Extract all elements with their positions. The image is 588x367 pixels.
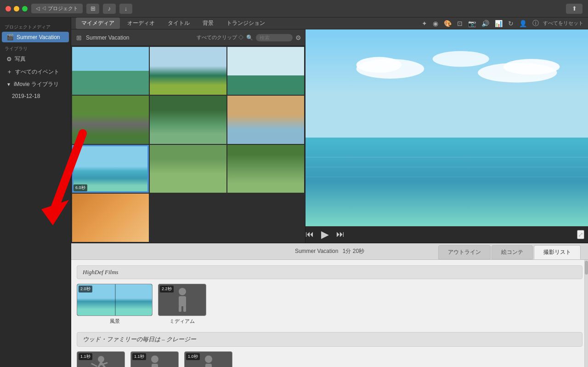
media-thumb-1[interactable] [72,47,149,95]
svg-point-3 [433,51,489,67]
preview-area: ⏮ ▶ ⏭ ⤢ [305,29,588,243]
preview-video [305,29,588,226]
color-wheel-icon[interactable]: ◉ [431,19,440,28]
media-browser-title: Summer Vacation [86,34,194,41]
media-filter-label[interactable]: すべてのクリップ ◇ [197,34,243,41]
clip-duration-landscape: 2.0秒 [79,286,92,292]
svg-rect-6 [305,138,588,226]
clip-duration-stand2: 1.0秒 [186,353,200,360]
bottom-header: Summer Vacation 1分 20秒 アウトライン 絵コンテ 撮影リスト [71,243,588,260]
back-button[interactable]: ◁ ◁ プロジェクト [31,4,83,13]
reset-all-button[interactable]: すべてをリセット [543,20,583,27]
media-thumb-9[interactable] [227,145,304,193]
volume-icon[interactable]: 🔊 [480,19,491,28]
expand-preview-button[interactable]: ⤢ [577,230,584,239]
library-date: 2019-12-18 [12,93,40,99]
tab-background[interactable]: 背景 [197,17,219,29]
section-woodfamily-header: ウッド・ファミリーの毎日は – クレージー [77,332,582,347]
media-thumb-7[interactable]: 6.0秒 [72,145,149,193]
magic-wand-icon[interactable]: ✦ [420,19,429,28]
preview-scene [305,29,588,226]
tab-shotlist[interactable]: 撮影リスト [534,245,581,259]
media-toolbar: ⊞ Summer Vacation すべてのクリップ ◇ 🔍 ⚙ [71,29,305,46]
layout-toggle-button[interactable]: ⊞ [86,4,99,14]
search-input[interactable] [256,34,293,41]
tab-storyboard[interactable]: 絵コンテ [492,245,533,259]
clip-thumb-stand2[interactable]: 1.0秒 [184,351,232,367]
photos-label: 写真 [15,55,26,63]
media-thumb-10[interactable] [72,194,149,241]
media-grid: 6.0秒 [71,46,305,243]
svg-rect-0 [305,29,588,138]
project-name: Summer Vacation [17,34,60,40]
standing-person2-icon [199,355,218,367]
bottom-content: HighDef Films 2.0秒 風景 [71,260,588,367]
svg-point-10 [179,288,186,295]
svg-point-5 [503,59,560,75]
tab-audio[interactable]: オーディオ [122,17,160,29]
settings-icon[interactable]: ⚙ [295,34,301,41]
sidebar: プロジェクトメディア 🎬 Summer Vacation ライブラリ ⚙ 写真 … [0,17,71,367]
tab-outline[interactable]: アウトライン [438,245,491,259]
project-media-label: プロジェクトメディア [0,21,71,31]
person-icon[interactable]: 👤 [518,19,528,28]
tab-title[interactable]: タイトル [162,17,195,29]
scrollbar[interactable] [584,260,588,367]
media-thumb-4[interactable] [72,96,149,143]
music-icon-button[interactable]: ♪ [103,4,116,14]
info-icon[interactable]: ⓘ [531,18,540,29]
sidebar-item-photos[interactable]: ⚙ 写真 [2,53,69,65]
top-tabs: マイメディア オーディオ タイトル 背景 トランジション ✦ ◉ 🎨 ⊡ 📷 🔊… [71,17,588,29]
media-thumb-5[interactable] [150,96,226,143]
grid-view-icon[interactable]: ⊞ [75,33,83,42]
sidebar-item-imovie-library[interactable]: ▼ iMovie ライブラリ [2,79,69,90]
imovie-library-label: iMovie ライブラリ [14,80,59,88]
tab-my-media[interactable]: マイメディア [76,17,120,29]
media-thumb-6[interactable] [227,96,304,143]
sidebar-item-all-events[interactable]: ＋ すべてのイベント [2,66,69,78]
content-area: マイメディア オーディオ タイトル 背景 トランジション ✦ ◉ 🎨 ⊡ 📷 🔊… [71,17,588,367]
clip-thumb-run[interactable]: 1.1秒 [77,351,125,367]
clip-thumb-landscape[interactable]: 2.0秒 [77,284,153,316]
go-to-end-button[interactable]: ⏭ [336,229,345,239]
titlebar: ◁ ◁ プロジェクト ⊞ ♪ ↓ ⬆ [0,0,588,17]
preview-controls: ⏮ ▶ ⏭ ⤢ [305,226,588,243]
all-events-label: すべてのイベント [15,68,59,76]
tab-transition[interactable]: トランジション [221,17,271,29]
camera-icon[interactable]: 📷 [467,19,477,28]
svg-rect-12 [179,305,181,312]
bottom-tabs: アウトライン 絵コンテ 撮影リスト [438,245,581,259]
share-button[interactable]: ⬆ [566,4,582,14]
go-to-start-button[interactable]: ⏮ [305,229,314,239]
sidebar-item-project[interactable]: 🎬 Summer Vacation [2,32,69,42]
sidebar-item-library-date[interactable]: 2019-12-18 [2,91,69,101]
standing-person-icon [146,355,164,367]
close-button[interactable] [6,6,11,11]
maximize-button[interactable] [22,6,28,11]
clip-duration-run: 1.1秒 [79,353,92,360]
crop-icon[interactable]: ⊡ [456,19,464,28]
svg-rect-11 [179,296,186,306]
runner-silhouette-icon [90,355,113,367]
noise-icon[interactable]: ↻ [507,19,515,28]
clips-row-highdef: 2.0秒 風景 [77,284,582,325]
media-thumb-2[interactable] [150,47,226,95]
add-icon: ＋ [6,68,12,76]
media-thumb-3[interactable] [227,47,304,95]
svg-line-19 [92,364,96,366]
minimize-button[interactable] [14,6,19,11]
clip-thumb-stand1[interactable]: 1.1秒 [130,351,179,367]
clip-thumb-medium[interactable]: 2.2秒 [158,284,206,316]
clip-item-medium: 2.2秒 ミディアム [158,284,206,325]
scrollbar-thumb[interactable] [585,261,588,275]
traffic-lights [6,6,28,11]
play-button[interactable]: ▶ [321,229,329,241]
media-thumb-8[interactable] [150,145,226,193]
person-silhouette-icon [173,287,192,312]
clip-item-run: 1.1秒 [77,351,125,367]
svg-rect-22 [152,364,158,367]
chart-icon[interactable]: 📊 [493,19,504,28]
clips-row-woodfamily: 1.1秒 1.1秒 [77,351,582,367]
download-button[interactable]: ↓ [119,4,132,14]
palette-icon[interactable]: 🎨 [442,19,453,28]
